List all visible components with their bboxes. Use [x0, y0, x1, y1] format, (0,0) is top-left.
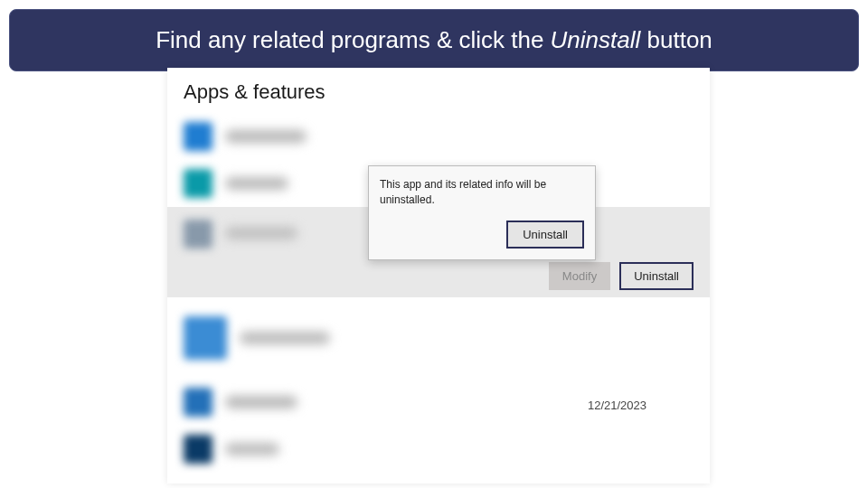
action-row: Modify Uninstall: [549, 262, 693, 290]
app-icon: [184, 435, 212, 464]
uninstall-button[interactable]: Uninstall: [619, 262, 693, 290]
banner-text-italic: Uninstall: [551, 26, 641, 53]
app-icon: [184, 122, 212, 151]
app-name-blurred: [225, 227, 297, 239]
page-title: Apps & features: [167, 68, 710, 113]
app-item[interactable]: [167, 297, 710, 379]
settings-window: Apps & features Modify Uninstall 12/21/2: [167, 68, 710, 483]
app-item[interactable]: 12/21/2023: [167, 379, 710, 426]
app-icon: [184, 316, 227, 360]
popup-uninstall-button[interactable]: Uninstall: [506, 221, 584, 249]
app-name-blurred: [225, 130, 307, 143]
app-icon: [184, 388, 212, 417]
app-name-blurred: [225, 443, 279, 455]
popup-message: This app and its related info will be un…: [380, 177, 584, 208]
app-icon: [184, 220, 212, 249]
app-name-blurred: [225, 177, 288, 190]
app-install-date: 12/21/2023: [588, 399, 646, 412]
app-name-blurred: [240, 332, 330, 344]
banner-text-prefix: Find any related programs & click the: [156, 26, 550, 53]
app-name-blurred: [225, 396, 297, 408]
app-item[interactable]: [167, 113, 710, 160]
app-item[interactable]: [167, 426, 710, 473]
modify-button: Modify: [549, 262, 610, 290]
popup-actions: Uninstall: [380, 221, 584, 249]
instruction-banner: Find any related programs & click the Un…: [9, 9, 859, 71]
uninstall-popup: This app and its related info will be un…: [368, 165, 596, 260]
app-icon: [184, 169, 212, 198]
banner-text-suffix: button: [640, 26, 712, 53]
